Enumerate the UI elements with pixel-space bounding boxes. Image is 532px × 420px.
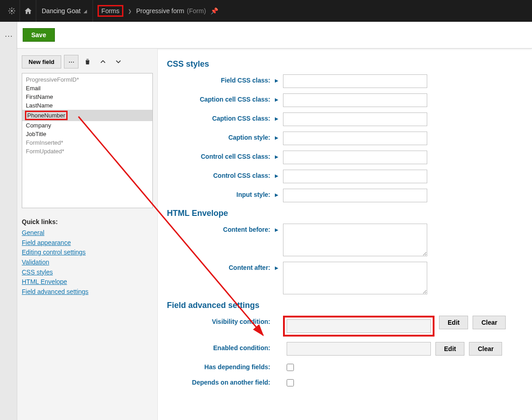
chevron-right-icon: ❯: [128, 9, 132, 14]
list-item-selected[interactable]: PhoneNumber: [22, 110, 152, 121]
quick-link-editing[interactable]: Editing control settings: [22, 248, 153, 258]
caption-cell-input[interactable]: [283, 93, 427, 107]
section-css-title: CSS styles: [167, 59, 523, 69]
move-up-icon[interactable]: [97, 55, 109, 68]
expand-icon[interactable]: ▶: [275, 262, 279, 270]
svg-point-0: [11, 10, 12, 12]
phone-label: PhoneNumber: [25, 111, 68, 120]
label-caption-style: Caption style:: [167, 132, 275, 141]
breadcrumb-forms[interactable]: Forms: [93, 0, 128, 22]
forms-label: Forms: [98, 5, 124, 17]
label-control-cell: Control cell CSS class:: [167, 151, 275, 160]
expand-icon[interactable]: ▶: [275, 151, 279, 159]
caption-css-input[interactable]: [283, 112, 427, 126]
list-item[interactable]: Email: [22, 84, 152, 93]
label-depends-on: Depends on another field:: [167, 376, 275, 386]
quick-links: Quick links: General Field appearance Ed…: [22, 218, 153, 297]
save-button[interactable]: Save: [23, 28, 55, 42]
field-css-input[interactable]: [283, 74, 427, 88]
visibility-input[interactable]: [287, 319, 431, 333]
save-bar: Save: [17, 22, 532, 49]
quick-link-html[interactable]: HTML Envelope: [22, 277, 153, 287]
quick-link-css[interactable]: CSS styles: [22, 268, 153, 278]
input-style-input[interactable]: [283, 189, 427, 202]
label-enabled: Enabled condition:: [167, 342, 275, 352]
content-after-textarea[interactable]: [283, 262, 427, 294]
list-item[interactable]: JobTitle: [22, 130, 152, 138]
sidebar-toolbar: New field ⋯: [22, 55, 153, 68]
content-before-textarea[interactable]: [283, 224, 427, 256]
expand-icon[interactable]: ▶: [275, 132, 279, 140]
label-caption-cell: Caption cell CSS class:: [167, 93, 275, 103]
caption-style-input[interactable]: [283, 132, 427, 145]
more-options-button[interactable]: ⋯: [64, 55, 78, 68]
breadcrumb-page: Progressive form (Form) 📌: [132, 0, 223, 22]
list-item[interactable]: FormUpdated*: [22, 147, 152, 156]
control-cell-input[interactable]: [283, 151, 427, 164]
expand-icon[interactable]: ▶: [275, 170, 279, 178]
delete-icon[interactable]: [81, 55, 94, 68]
section-advanced-title: Field advanced settings: [167, 301, 523, 310]
list-item[interactable]: ProgressiveFormID*: [22, 75, 152, 84]
visibility-edit-button[interactable]: Edit: [439, 316, 468, 329]
new-field-button[interactable]: New field: [22, 55, 61, 68]
home-icon[interactable]: [20, 0, 36, 22]
enabled-input[interactable]: [287, 342, 431, 356]
list-item[interactable]: LastName: [22, 101, 152, 110]
app-menu-icon[interactable]: [4, 0, 20, 22]
quick-link-general[interactable]: General: [22, 228, 153, 238]
expand-icon[interactable]: ▶: [275, 112, 279, 121]
page-type-label: (Form): [187, 7, 206, 15]
quick-links-title: Quick links:: [22, 218, 153, 225]
enabled-clear-button[interactable]: Clear: [469, 342, 502, 356]
depends-on-checkbox[interactable]: [287, 379, 294, 386]
more-icon[interactable]: ⋯: [5, 31, 13, 420]
expand-icon[interactable]: ▶: [275, 189, 279, 197]
expand-icon[interactable]: ▶: [275, 74, 279, 83]
quick-link-appearance[interactable]: Field appearance: [22, 238, 153, 248]
label-control-css: Control CSS class:: [167, 170, 275, 179]
form-editor: CSS styles Field CSS class:▶ Caption cel…: [158, 49, 532, 420]
chevron-icon: ◢: [83, 9, 87, 14]
control-css-input[interactable]: [283, 170, 427, 183]
label-field-css: Field CSS class:: [167, 74, 275, 84]
list-item[interactable]: FormInserted*: [22, 138, 152, 147]
label-content-after: Content after:: [167, 262, 275, 271]
list-item[interactable]: Company: [22, 121, 152, 130]
expand-icon[interactable]: ▶: [275, 224, 279, 232]
field-list[interactable]: ProgressiveFormID* Email FirstName LastN…: [22, 73, 153, 208]
label-input-style: Input style:: [167, 189, 275, 198]
quick-link-advanced[interactable]: Field advanced settings: [22, 287, 153, 297]
breadcrumb-site[interactable]: Dancing Goat ◢: [36, 0, 93, 22]
expand-icon[interactable]: ▶: [275, 93, 279, 102]
label-has-depending: Has depending fields:: [167, 361, 275, 371]
has-depending-checkbox[interactable]: [287, 364, 294, 371]
visibility-highlight: [283, 316, 434, 337]
quick-link-validation[interactable]: Validation: [22, 258, 153, 268]
enabled-edit-button[interactable]: Edit: [435, 342, 464, 356]
list-item[interactable]: FirstName: [22, 93, 152, 101]
sidebar: New field ⋯ ProgressiveFormID* Email: [17, 49, 158, 420]
left-gutter: ⋯: [0, 22, 17, 420]
visibility-clear-button[interactable]: Clear: [473, 316, 506, 329]
site-name-label: Dancing Goat: [42, 7, 81, 15]
label-content-before: Content before:: [167, 224, 275, 233]
section-html-title: HTML Envelope: [167, 209, 523, 218]
label-visibility: Visibility condition:: [167, 316, 275, 325]
topbar: Dancing Goat ◢ Forms ❯ Progressive form …: [0, 0, 532, 22]
label-caption-css: Caption CSS class:: [167, 112, 275, 122]
pin-icon[interactable]: 📌: [210, 7, 218, 15]
page-name-label: Progressive form: [136, 7, 184, 15]
move-down-icon[interactable]: [112, 55, 125, 68]
